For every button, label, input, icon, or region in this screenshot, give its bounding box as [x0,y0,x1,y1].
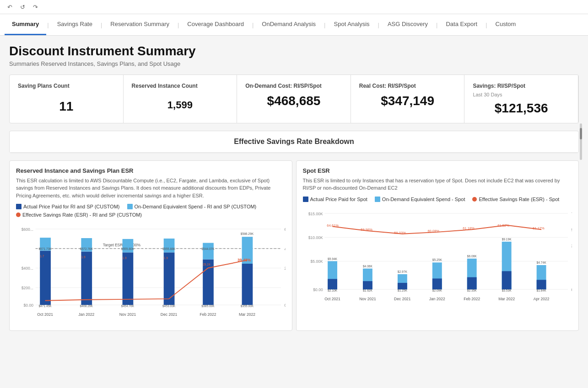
svg-text:$2.35K: $2.35K [467,289,477,292]
legend-color-actual-ri [16,204,22,209]
spot-chart-desc: This ESR is limited to only Instances th… [303,177,572,192]
ri-chart-svg: $600... $400... $200... $0.00 60% 40% 20… [16,222,286,323]
svg-text:$4.74K: $4.74K [536,261,546,264]
svg-text:$1.84K: $1.84K [536,289,546,292]
svg-text:1.9: 1.9 [123,256,127,260]
svg-text:0%: 0% [571,287,572,292]
kpi-saving-plans-count: Saving Plans Count 11 [10,75,124,123]
legend-color-ondemand-spot [375,197,380,202]
svg-text:Mar 2022: Mar 2022 [498,297,515,301]
legend-item-ondemand-spot: On-Demand Equivalent Spend - Spot [375,197,465,202]
legend-item-actual-ri: Actual Price Paid for RI and SP (CUSTOM) [16,204,120,209]
svg-text:$0.00: $0.00 [313,287,323,292]
tab-data-export[interactable]: Data Export [438,14,485,35]
svg-text:Jan 2022: Jan 2022 [429,297,445,301]
svg-text:$6.06K: $6.06K [467,255,477,258]
esr-line [45,260,247,301]
svg-text:75%: 75% [571,212,572,216]
svg-text:$468.29K: $468.29K [80,304,93,308]
legend-color-esr-ri [16,213,21,217]
section-scrollbar-thumb[interactable] [580,128,582,139]
legend-color-esr-spot [472,197,477,202]
kpi-value-ondemand: $468,685 [245,94,342,108]
bar-actual-nov21 [123,253,134,305]
bar-actual-spot-nov21 [362,281,372,289]
svg-text:$1.62K: $1.62K [362,289,372,292]
legend-color-actual-spot [303,197,308,202]
redo-icon[interactable]: ↷ [31,3,39,11]
svg-text:$4.06K: $4.06K [362,265,372,268]
svg-text:$5.94K: $5.94K [328,257,338,260]
svg-text:Mar 2022: Mar 2022 [239,312,255,317]
section-scrollbar[interactable] [580,123,582,160]
tab-bar: Summary | Savings Rate | Reservation Sum… [0,14,588,36]
svg-text:$5.25K: $5.25K [432,258,442,261]
tab-custom[interactable]: Custom [488,14,523,35]
svg-text:Feb 2022: Feb 2022 [200,312,216,317]
effective-savings-title: Effective Savings Rate Breakdown [10,131,578,153]
bar-actual-spot-mar22 [502,271,511,289]
svg-text:$0.00: $0.00 [24,303,34,308]
legend-color-ondemand-ri [127,204,133,209]
svg-text:$571.73K: $571.73K [38,247,52,250]
legend-label-actual-ri: Actual Price Paid for RI and SP (CUSTOM) [23,204,120,209]
page-content: Discount Instrument Summary Summaries Re… [0,36,588,339]
legend-item-actual-spot: Actual Price Paid for Spot [303,197,367,202]
spot-chart-area: $15.00K $10.00K $5.00K $0.00 75% 50% 25%… [303,207,572,308]
svg-text:$572.76K: $572.76K [80,247,93,250]
svg-text:$586.29K: $586.29K [241,233,254,236]
legend-label-ondemand-ri: On-Demand Equivalent Spend - RI and SP (… [135,204,257,209]
svg-text:$544.07K: $544.07K [201,247,215,250]
svg-text:Nov 2021: Nov 2021 [119,312,136,317]
svg-text:0%: 0% [285,303,286,308]
page-title: Discount Instrument Summary [9,44,579,58]
svg-text:$385.00K: $385.00K [201,304,215,308]
svg-text:29.24: 29.24 [203,263,210,266]
spot-chart-title: Spot ESR [303,167,572,174]
tab-coverage-dashboard[interactable]: Coverage Dashboard [180,14,251,35]
toolbar: ↶ ↺ ↷ [0,0,588,14]
svg-text:$454.76K: $454.76K [121,304,135,308]
tab-ondemand-analysis[interactable]: OnDemand Analysis [254,14,323,35]
svg-text:60%: 60% [285,227,286,232]
svg-text:Feb 2022: Feb 2022 [464,297,480,301]
svg-text:$1.25K: $1.25K [397,289,407,292]
spot-chart-panel: Spot ESR This ESR is limited to only Ins… [296,160,579,331]
legend-item-esr-ri: Effective Savings Rate (ESR) - RI and SP… [16,212,142,218]
tab-savings-rate[interactable]: Savings Rate [50,14,100,35]
svg-text:1.7: 1.7 [40,255,44,258]
tab-reservation-summary[interactable]: Reservation Summary [103,14,177,35]
bar-od-feb22-top [203,243,214,260]
tab-asg-discovery[interactable]: ASG Discovery [380,14,435,35]
svg-text:Apr 2022: Apr 2022 [533,297,549,301]
svg-text:1.9: 1.9 [81,255,86,259]
undo2-icon[interactable]: ↺ [18,3,27,11]
bar-actual-jan22 [81,252,92,305]
svg-text:$15.00K: $15.00K [308,212,323,216]
svg-text:$9.19K: $9.19K [502,238,512,241]
svg-text:Dec 2021: Dec 2021 [161,312,178,317]
tab-spot-analysis[interactable]: Spot Analysis [327,14,377,35]
kpi-ondemand-cost: On-Demand Cost: RI/SP/Spot $468,685 [237,75,351,123]
svg-text:$555.80K: $555.80K [121,247,135,250]
svg-text:20%: 20% [285,266,286,271]
kpi-row: Saving Plans Count 11 Reserved Instance … [9,74,579,123]
legend-label-esr-spot: Effective Savings Rate (ESR) - Spot [479,197,559,202]
charts-row: Reserved Instance and Savings Plan ESR T… [9,160,579,331]
svg-text:40%: 40% [285,247,286,251]
undo-icon[interactable]: ↶ [5,3,14,11]
bar-actual-feb22 [203,260,214,305]
tab-summary[interactable]: Summary [5,14,46,35]
svg-text:$2.09K: $2.09K [432,289,442,292]
ri-chart-desc: This ESR calculation is limited to AWS D… [16,177,286,200]
svg-text:$400...: $400... [22,266,33,271]
svg-text:$200...: $200... [22,286,33,290]
spot-chart-svg: $15.00K $10.00K $5.00K $0.00 75% 50% 25%… [303,207,572,307]
svg-text:Nov 2021: Nov 2021 [359,297,376,301]
bar-actual-mar22 [242,264,253,305]
bar-actual-spot-feb22 [467,277,476,289]
svg-text:$5.00K: $5.00K [310,259,323,264]
ri-chart-title: Reserved Instance and Savings Plan ESR [16,167,286,174]
effective-savings-section: Effective Savings Rate Breakdown [9,131,579,153]
kpi-value-saving-plans: 11 [18,99,115,114]
